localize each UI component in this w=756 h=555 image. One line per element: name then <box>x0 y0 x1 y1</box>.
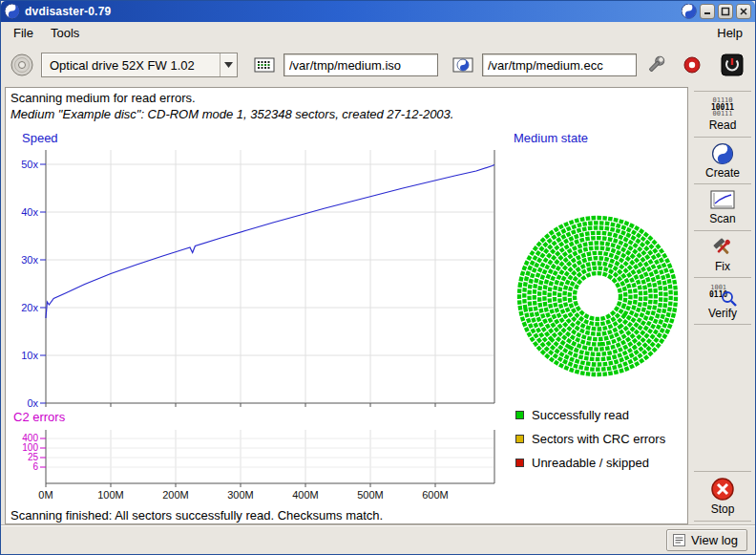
minimize-button[interactable] <box>700 4 715 19</box>
legend-swatch-unreadable <box>515 459 524 467</box>
svg-text:200M: 200M <box>162 489 189 501</box>
tools-icon <box>710 236 735 259</box>
svg-text:20x: 20x <box>21 302 38 313</box>
maximize-button[interactable] <box>718 4 733 19</box>
legend-item-crc-errors: Sectors with CRC errors <box>515 433 665 445</box>
svg-text:100M: 100M <box>97 489 124 501</box>
action-sidebar: 01110 10011 00111 Read Create Scan <box>690 87 755 524</box>
legend-swatch-crc <box>515 435 524 443</box>
legend-label-read: Successfully read <box>532 408 629 422</box>
maximize-icon <box>721 7 730 16</box>
drive-icon-button[interactable] <box>7 49 37 81</box>
help-button[interactable] <box>677 49 707 81</box>
medium-state-title: Medium state <box>514 131 588 145</box>
window-title: dvdisaster-0.79 <box>25 5 677 18</box>
speed-chart-title: Speed <box>22 131 58 145</box>
legend-item-unreadable: Unreadable / skipped <box>515 457 665 469</box>
toolbar: Optical drive 52X FW 1.02 <box>1 43 755 87</box>
magnifier-icon <box>721 290 738 308</box>
medium-info: Medium "Example disc": CD-ROM mode 1, 35… <box>10 107 453 121</box>
medium-state-legend: Successfully read Sectors with CRC error… <box>515 409 665 480</box>
svg-text:40x: 40x <box>21 206 38 218</box>
stop-icon <box>710 477 735 502</box>
chevron-down-icon <box>220 53 237 76</box>
legend-swatch-read <box>515 411 524 419</box>
drive-selector[interactable]: Optical drive 52X FW 1.02 <box>41 53 238 77</box>
legend-label-unreadable: Unreadable / skipped <box>532 456 649 470</box>
wrench-icon <box>645 54 666 75</box>
app-icon <box>5 4 20 19</box>
svg-text:600M: 600M <box>422 489 449 501</box>
menu-tools[interactable]: Tools <box>42 24 88 42</box>
svg-text:500M: 500M <box>357 489 384 501</box>
medium-state-disc <box>510 208 685 384</box>
main-content: Scanning medium for read errors. Medium … <box>5 87 688 524</box>
optical-disc-icon <box>10 53 34 77</box>
window-menu-icon[interactable] <box>682 4 697 19</box>
ecc-file-icon-button[interactable] <box>448 49 478 81</box>
c2-errors-title: C2 errors <box>13 410 65 424</box>
scan-button-label: Scan <box>709 212 735 225</box>
stop-button[interactable]: Stop <box>694 471 751 522</box>
svg-text:10x: 10x <box>21 350 38 361</box>
view-log-button[interactable]: View log <box>666 529 747 551</box>
menu-help[interactable]: Help <box>708 24 751 42</box>
stop-button-label: Stop <box>711 502 735 516</box>
drive-selector-value: Optical drive 52X FW 1.02 <box>42 58 220 73</box>
ecc-file-icon <box>452 56 473 74</box>
read-button-label: Read <box>709 118 737 132</box>
preferences-button[interactable] <box>640 49 671 81</box>
scan-button[interactable]: Scan <box>694 184 751 231</box>
close-icon <box>739 7 748 16</box>
image-file-icon-button[interactable] <box>249 49 280 81</box>
create-button[interactable]: Create <box>694 138 751 184</box>
menubar: File Tools Help <box>1 22 755 43</box>
titlebar[interactable]: dvdisaster-0.79 <box>1 1 755 22</box>
ecc-file-input[interactable] <box>482 53 637 76</box>
fix-button[interactable]: Fix <box>694 231 751 278</box>
verify-icon: 1001 0110 <box>709 283 736 306</box>
svg-text:50x: 50x <box>21 159 38 170</box>
svg-text:0M: 0M <box>38 489 52 501</box>
power-icon <box>721 53 744 76</box>
log-icon <box>673 534 685 546</box>
close-button[interactable] <box>736 4 751 19</box>
image-file-icon <box>254 56 275 74</box>
image-file-input[interactable] <box>284 53 438 76</box>
svg-text:6: 6 <box>32 461 38 472</box>
red-ring-icon <box>682 54 703 75</box>
app-window: dvdisaster-0.79 File Tools Help <box>0 0 756 555</box>
verify-button-label: Verify <box>708 307 737 320</box>
svg-text:0x: 0x <box>27 397 38 409</box>
status-heading: Scanning medium for read errors. <box>10 91 196 105</box>
scan-chart-icon <box>710 190 735 211</box>
read-button[interactable]: 01110 10011 00111 Read <box>694 91 751 138</box>
create-button-label: Create <box>705 166 740 180</box>
svg-text:400M: 400M <box>292 489 319 501</box>
svg-text:300M: 300M <box>227 489 254 501</box>
speed-c2-chart-canvas: 0x10x20x30x40x50x4001002560M100M200M300M… <box>6 147 502 502</box>
verify-button[interactable]: 1001 0110 Verify <box>694 278 751 325</box>
fix-button-label: Fix <box>715 260 730 273</box>
menu-file[interactable]: File <box>5 24 42 42</box>
legend-item-successfully-read: Successfully read <box>515 409 665 421</box>
status-bar: View log <box>1 524 755 554</box>
scan-result-message: Scanning finished: All sectors successfu… <box>10 508 383 523</box>
read-icon: 01110 10011 00111 <box>711 97 734 117</box>
quit-button[interactable] <box>717 49 747 81</box>
svg-text:30x: 30x <box>21 254 38 266</box>
legend-label-crc: Sectors with CRC errors <box>532 432 665 446</box>
view-log-label: View log <box>691 533 738 547</box>
yin-yang-icon <box>711 142 734 165</box>
minimize-icon <box>703 7 712 16</box>
